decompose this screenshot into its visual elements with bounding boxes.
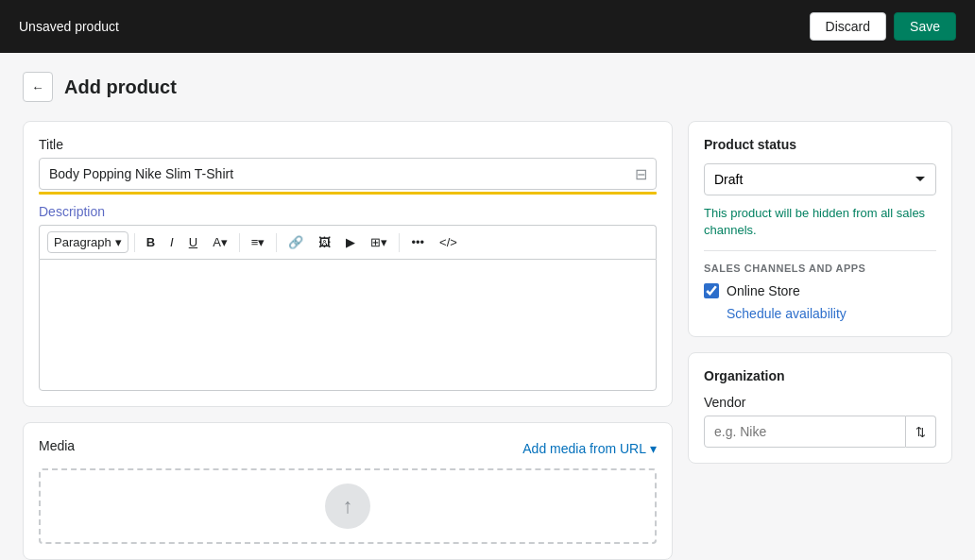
topbar-actions: Discard Save xyxy=(810,12,956,41)
media-card: Media Add media from URL ▾ ↑ xyxy=(23,422,673,560)
bold-button[interactable]: B xyxy=(141,231,161,253)
code-icon: </> xyxy=(439,235,457,249)
media-dropzone[interactable]: ↑ xyxy=(39,468,657,544)
toolbar-divider-2 xyxy=(239,233,240,252)
paragraph-select[interactable]: Paragraph ▾ xyxy=(47,231,128,253)
discard-button[interactable]: Discard xyxy=(810,12,886,41)
upload-icon: ↑ xyxy=(325,484,370,529)
italic-button[interactable]: I xyxy=(164,231,180,253)
table-chevron: ▾ xyxy=(381,235,387,249)
align-chevron: ▾ xyxy=(258,235,265,249)
vendor-label: Vendor xyxy=(704,395,936,410)
layout: Title ⊟ Description Paragraph ▾ B I U xyxy=(23,121,952,560)
online-store-label: Online Store xyxy=(727,283,800,298)
product-status-title: Product status xyxy=(704,137,936,152)
more-icon: ••• xyxy=(411,235,424,249)
link-icon: 🔗 xyxy=(288,235,303,249)
align-icon: ≡ xyxy=(251,235,259,249)
status-select-wrap: Draft Active xyxy=(704,163,936,195)
title-input-wrap: ⊟ xyxy=(39,158,657,190)
paragraph-label: Paragraph xyxy=(54,235,111,249)
paragraph-chevron-icon: ▾ xyxy=(115,235,122,249)
media-label: Media xyxy=(39,438,75,453)
add-media-link[interactable]: Add media from URL ▾ xyxy=(522,441,657,456)
upload-arrow-icon: ↑ xyxy=(343,494,353,518)
table-icon: ⊞ xyxy=(370,235,381,249)
section-divider xyxy=(704,250,936,251)
topbar: Unsaved product Discard Save xyxy=(0,0,975,53)
more-button[interactable]: ••• xyxy=(405,231,430,253)
save-button[interactable]: Save xyxy=(894,12,956,41)
channel-item-online-store: Online Store xyxy=(704,283,936,298)
online-store-checkbox[interactable] xyxy=(704,283,719,298)
description-label: Description xyxy=(39,204,657,219)
page-title: Add product xyxy=(64,76,177,98)
side-column: Product status Draft Active This product… xyxy=(688,121,952,464)
toolbar-divider-1 xyxy=(134,233,135,252)
link-button[interactable]: 🔗 xyxy=(282,231,309,253)
topbar-title: Unsaved product xyxy=(19,19,119,34)
status-select[interactable]: Draft Active xyxy=(704,163,936,195)
product-status-card: Product status Draft Active This product… xyxy=(688,121,952,337)
table-button[interactable]: ⊞ ▾ xyxy=(365,231,393,253)
description-editor[interactable] xyxy=(39,259,657,391)
title-description-card: Title ⊟ Description Paragraph ▾ B I U xyxy=(23,121,673,407)
main-column: Title ⊟ Description Paragraph ▾ B I U xyxy=(23,121,673,560)
schedule-availability-link[interactable]: Schedule availability xyxy=(727,306,847,321)
add-media-chevron-icon: ▾ xyxy=(650,441,657,456)
title-input[interactable] xyxy=(39,158,657,190)
text-color-chevron: ▾ xyxy=(221,235,228,249)
title-stepper-icon: ⊟ xyxy=(635,165,647,183)
title-label: Title xyxy=(39,137,657,152)
vendor-input-wrap: ⇅ xyxy=(704,416,936,448)
text-color-icon: A xyxy=(213,235,221,249)
yellow-highlight-bar xyxy=(39,192,657,195)
image-icon: 🖼 xyxy=(318,235,331,249)
page-header: ← Add product xyxy=(23,72,952,102)
video-icon: ▶ xyxy=(346,235,355,249)
add-media-label: Add media from URL xyxy=(522,441,646,456)
underline-button[interactable]: U xyxy=(183,231,203,253)
toolbar-divider-4 xyxy=(399,233,400,252)
back-arrow-icon: ← xyxy=(31,80,43,94)
sales-channels-label: SALES CHANNELS AND APPS xyxy=(704,263,936,274)
text-color-button[interactable]: A ▾ xyxy=(207,231,233,253)
back-button[interactable]: ← xyxy=(23,72,53,102)
status-hint: This product will be hidden from all sal… xyxy=(704,205,936,239)
organization-card: Organization Vendor ⇅ xyxy=(688,352,952,464)
align-button[interactable]: ≡ ▾ xyxy=(246,231,271,253)
code-button[interactable]: </> xyxy=(434,231,463,253)
image-button[interactable]: 🖼 xyxy=(313,231,336,253)
editor-toolbar: Paragraph ▾ B I U A ▾ ≡ ▾ xyxy=(39,225,657,259)
organization-title: Organization xyxy=(704,368,936,383)
toolbar-divider-3 xyxy=(276,233,277,252)
vendor-stepper-icon: ⇅ xyxy=(915,425,926,439)
vendor-input[interactable] xyxy=(704,416,906,448)
media-header: Media Add media from URL ▾ xyxy=(39,438,657,459)
page-content: ← Add product Title ⊟ Description Paragr… xyxy=(0,53,975,560)
video-button[interactable]: ▶ xyxy=(340,231,361,253)
vendor-stepper-button[interactable]: ⇅ xyxy=(906,416,936,448)
